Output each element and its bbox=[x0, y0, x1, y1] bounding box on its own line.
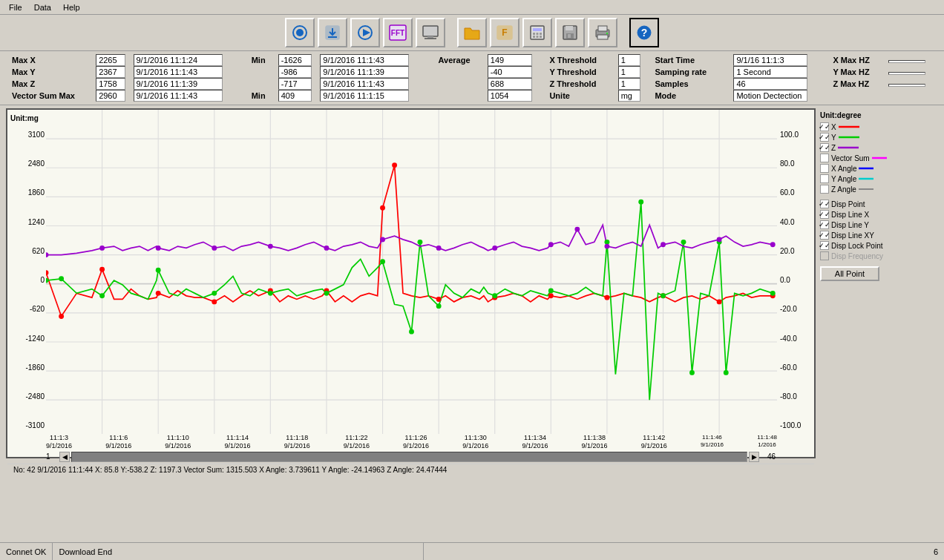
scroll-left-btn[interactable]: ◀ bbox=[59, 452, 70, 462]
disp-linex-item: ✓ Disp Line X bbox=[820, 210, 934, 219]
disp-liney-label: Disp Line Y bbox=[831, 221, 869, 229]
start-time-label: Start Time bbox=[655, 56, 695, 65]
svg-point-79 bbox=[436, 303, 442, 309]
min-z-val: -717 bbox=[278, 78, 312, 90]
record-button[interactable] bbox=[285, 18, 315, 47]
svg-point-64 bbox=[548, 293, 554, 298]
legend-check-vector[interactable] bbox=[820, 154, 829, 162]
scroll-end-num: 46 bbox=[761, 452, 776, 461]
legend-label-z: Z bbox=[831, 144, 836, 152]
svg-point-65 bbox=[604, 295, 609, 300]
y-axis-right: 100.0 80.0 60.0 40.0 20.0 0.0 -20.0 -40.… bbox=[777, 110, 814, 434]
menu-help[interactable]: Help bbox=[57, 1, 86, 13]
svg-point-94 bbox=[268, 244, 273, 249]
filter-button[interactable]: F bbox=[490, 18, 519, 47]
svg-text:FFT: FFT bbox=[391, 29, 404, 37]
x-label-10: 11:1:429/1/2016 bbox=[641, 434, 667, 450]
svg-point-1 bbox=[296, 29, 304, 36]
download-end-text: Download End bbox=[59, 547, 112, 556]
menu-file[interactable]: File bbox=[3, 1, 28, 13]
disp-freq-label: Disp Frequency bbox=[831, 252, 883, 260]
disp-linex-label: Disp Line X bbox=[831, 211, 869, 219]
legend-label-y: Y bbox=[831, 134, 836, 142]
svg-point-89 bbox=[770, 291, 776, 296]
play-button[interactable] bbox=[350, 18, 380, 47]
disp-linex-check[interactable]: ✓ bbox=[820, 210, 829, 219]
legend-item-zangle: Z Angle bbox=[820, 185, 934, 194]
x-label-4: 11:1:189/1/2016 bbox=[284, 434, 310, 450]
chart-container: Unit:mg 3100 2480 1860 1240 620 0 -620 -… bbox=[0, 105, 944, 461]
min-vec-time: 9/1/2016 11:1:15 bbox=[320, 90, 409, 102]
svg-point-53 bbox=[46, 270, 48, 275]
menu-data[interactable]: Data bbox=[28, 1, 57, 13]
scroll-right-btn[interactable]: ▶ bbox=[749, 452, 759, 462]
svg-point-80 bbox=[492, 293, 497, 298]
x-label-0: 11:1:39/1/2016 bbox=[46, 434, 72, 450]
connection-status: Connet OK bbox=[0, 543, 53, 560]
min-y-val: -986 bbox=[278, 66, 312, 78]
unite-label: Unite bbox=[549, 91, 570, 100]
min-vec-label: Min bbox=[252, 91, 266, 100]
svg-marker-5 bbox=[363, 29, 370, 36]
help-button[interactable]: ? bbox=[629, 18, 659, 47]
legend-check-yangle[interactable] bbox=[820, 174, 829, 183]
svg-point-83 bbox=[638, 200, 643, 205]
svg-point-70 bbox=[59, 276, 64, 281]
svg-point-86 bbox=[689, 370, 695, 375]
svg-point-95 bbox=[324, 246, 330, 251]
x-label-9: 11:1:389/1/2016 bbox=[582, 434, 608, 450]
svg-rect-18 bbox=[533, 36, 535, 38]
folder-button[interactable] bbox=[457, 18, 487, 47]
x-threshold-label: X Threshold bbox=[549, 56, 597, 65]
calc-button[interactable] bbox=[522, 18, 552, 47]
unite-val: mg bbox=[618, 90, 640, 102]
disp-linexy-label: Disp Line XY bbox=[831, 231, 874, 240]
svg-point-90 bbox=[46, 252, 48, 257]
y-max-hz-label: Y Max HZ bbox=[833, 67, 869, 76]
svg-point-98 bbox=[492, 246, 497, 251]
legend-check-xangle[interactable] bbox=[820, 164, 829, 173]
disp-linexy-check[interactable]: ✓ bbox=[820, 231, 829, 240]
y-axis-left: Unit:mg 3100 2480 1860 1240 620 0 -620 -… bbox=[7, 110, 46, 434]
x-label-11: 11:1:469/1/2016 bbox=[701, 434, 724, 450]
svg-point-56 bbox=[156, 291, 161, 296]
scroll-track[interactable] bbox=[71, 452, 747, 462]
disp-lockpoint-check[interactable]: ✓ bbox=[820, 241, 829, 250]
min-y-time: 9/1/2016 11:1:39 bbox=[320, 66, 409, 78]
legend-title: Unit:degree bbox=[820, 111, 934, 119]
y-threshold-val: 1 bbox=[618, 66, 640, 78]
save-button[interactable] bbox=[555, 18, 585, 47]
max-y-val: 2367 bbox=[96, 66, 125, 78]
monitor-button[interactable] bbox=[416, 18, 445, 47]
legend-check-zangle[interactable] bbox=[820, 185, 829, 194]
svg-point-99 bbox=[548, 242, 554, 247]
x-max-hz-label: X Max HZ bbox=[833, 56, 870, 65]
chart-plot-area[interactable] bbox=[46, 110, 777, 434]
max-y-label: Max Y bbox=[12, 67, 36, 76]
legend-label-yangle: Y Angle bbox=[831, 175, 856, 183]
min-x-label: Min bbox=[252, 56, 266, 65]
min-vec-val: 409 bbox=[278, 90, 312, 102]
legend-item-z: ✓ Z bbox=[820, 143, 934, 152]
legend-check-z[interactable]: ✓ bbox=[820, 143, 829, 152]
legend-check-x[interactable]: ✓ bbox=[820, 122, 829, 131]
legend-item-xangle: X Angle bbox=[820, 164, 934, 173]
samples-label: Samples bbox=[655, 79, 688, 88]
z-series-line bbox=[46, 225, 773, 254]
fft-button[interactable]: FFT bbox=[383, 18, 413, 47]
legend-check-y[interactable]: ✓ bbox=[820, 133, 829, 142]
disp-freq-check[interactable] bbox=[820, 251, 829, 260]
legend-item-y: ✓ Y bbox=[820, 133, 934, 142]
x-label-5: 11:1:229/1/2016 bbox=[344, 434, 370, 450]
disp-point-check[interactable]: ✓ bbox=[820, 200, 829, 208]
svg-text:?: ? bbox=[641, 27, 648, 39]
download-button[interactable] bbox=[318, 18, 347, 47]
svg-point-76 bbox=[380, 259, 385, 264]
mode-label: Mode bbox=[655, 91, 676, 100]
print-button[interactable] bbox=[588, 18, 617, 47]
max-x-label: Max X bbox=[12, 56, 36, 65]
all-point-button[interactable]: All Point bbox=[820, 266, 879, 281]
start-time-val: 9/1/16 11:1:3 bbox=[733, 54, 807, 66]
x-max-hz-val bbox=[888, 60, 925, 63]
disp-liney-check[interactable]: ✓ bbox=[820, 220, 829, 229]
